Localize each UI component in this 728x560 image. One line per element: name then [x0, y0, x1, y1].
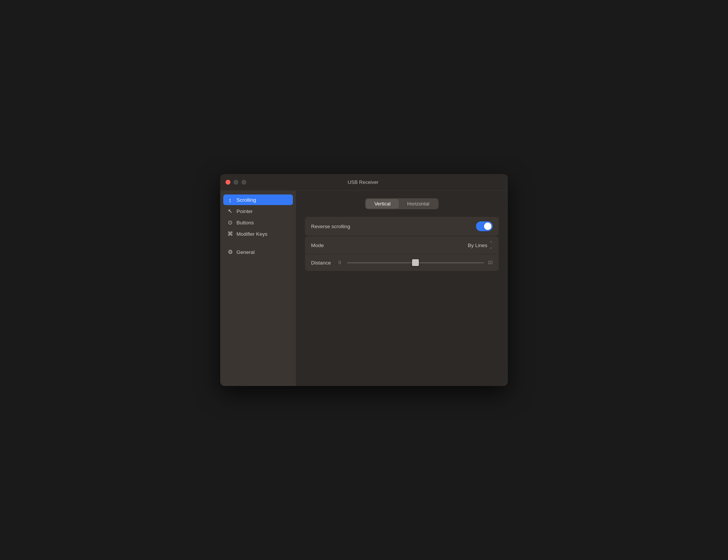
minimize-button[interactable] — [233, 180, 238, 185]
close-button[interactable] — [226, 180, 230, 185]
scroll-icon: ↕ — [227, 197, 233, 203]
buttons-icon: ⊙ — [227, 219, 233, 226]
titlebar: USB Receiver — [220, 174, 508, 191]
reverse-scrolling-group: Reverse scrolling — [305, 217, 499, 236]
modifier-keys-icon: ⌘ — [227, 231, 233, 237]
tab-group: Vertical Horizontal — [365, 198, 438, 209]
distance-min-label: 0 — [339, 260, 343, 265]
traffic-lights — [226, 180, 246, 185]
sidebar-item-buttons[interactable]: ⊙ Buttons — [223, 217, 293, 228]
distance-row: Distance 0 10 — [305, 254, 499, 271]
sidebar-label-modifier-keys: Modifier Keys — [236, 231, 268, 237]
slider-container — [347, 259, 484, 266]
sidebar-section-general: ⚙ General — [223, 247, 293, 257]
toggle-track — [476, 221, 493, 231]
toggle-thumb — [484, 222, 492, 230]
pointer-icon: ↖ — [227, 208, 233, 214]
reverse-scrolling-label: Reverse scrolling — [311, 224, 350, 229]
tab-switcher: Vertical Horizontal — [305, 198, 499, 209]
distance-slider-row: 0 10 — [339, 259, 493, 266]
sidebar-item-general[interactable]: ⚙ General — [223, 247, 293, 257]
main-panel: Vertical Horizontal Reverse scrolling — [296, 191, 508, 386]
sidebar-item-pointer[interactable]: ↖ Pointer — [223, 206, 293, 216]
distance-max-label: 10 — [488, 260, 493, 265]
sidebar: ↕ Scrolling ↖ Pointer ⊙ Buttons ⌘ Modifi… — [220, 191, 296, 386]
reverse-scrolling-toggle[interactable] — [476, 221, 493, 231]
mode-row: Mode By Lines ⌃⌄ — [305, 236, 499, 254]
reverse-scrolling-row: Reverse scrolling — [305, 217, 499, 236]
app-window: USB Receiver ↕ Scrolling ↖ Pointer ⊙ But… — [220, 174, 508, 386]
general-icon: ⚙ — [227, 249, 233, 255]
mode-label: Mode — [311, 243, 324, 248]
sidebar-label-buttons: Buttons — [236, 220, 254, 226]
window-title: USB Receiver — [246, 179, 480, 185]
sidebar-label-pointer: Pointer — [236, 208, 253, 214]
sidebar-section-main: ↕ Scrolling ↖ Pointer ⊙ Buttons ⌘ Modifi… — [223, 194, 293, 239]
sidebar-divider — [223, 240, 293, 246]
tab-horizontal[interactable]: Horizontal — [399, 199, 438, 208]
content-area: ↕ Scrolling ↖ Pointer ⊙ Buttons ⌘ Modifi… — [220, 191, 508, 386]
mode-distance-group: Mode By Lines ⌃⌄ Distance 0 10 — [305, 236, 499, 271]
maximize-button[interactable] — [241, 180, 246, 185]
mode-value: By Lines — [468, 243, 487, 248]
distance-slider[interactable] — [347, 262, 484, 263]
chevron-updown-icon: ⌃⌄ — [489, 241, 493, 249]
sidebar-label-general: General — [236, 249, 255, 255]
distance-label: Distance — [311, 260, 331, 266]
sidebar-item-scrolling[interactable]: ↕ Scrolling — [223, 194, 293, 205]
sidebar-item-modifier-keys[interactable]: ⌘ Modifier Keys — [223, 229, 293, 239]
tab-vertical[interactable]: Vertical — [366, 199, 399, 208]
sidebar-label-scrolling: Scrolling — [236, 197, 256, 203]
mode-selector[interactable]: By Lines ⌃⌄ — [468, 241, 493, 249]
